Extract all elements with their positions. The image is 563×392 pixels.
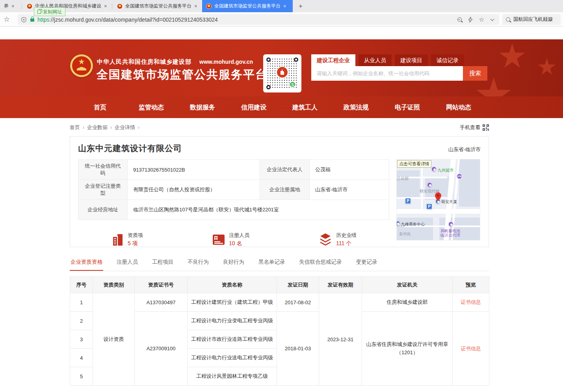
stat-label: 资质项 bbox=[128, 232, 143, 239]
shield-icon bbox=[21, 17, 26, 22]
main-navigation: 首页 监管动态 数据服务 信用建设 建筑工人 政策法规 电子证照 网站动态 bbox=[0, 96, 563, 118]
site-favicon-icon bbox=[117, 4, 123, 9]
map-label-battery-2: 临沂总代理 bbox=[440, 233, 460, 238]
lightning-icon[interactable] bbox=[468, 17, 472, 22]
ministry-site-url: www.mohurd.gov.cn bbox=[199, 59, 253, 65]
address-value: 临沂市兰山区陶然路107号星河晶都（联安）现代城1号楼2201室 bbox=[128, 200, 389, 220]
stat-label: 注册人员 bbox=[229, 232, 249, 239]
wechat-qr-code: S bbox=[263, 54, 301, 92]
tab-separator bbox=[22, 3, 22, 9]
qr-corner-icon bbox=[266, 85, 271, 89]
cell-name: 工程设计风景园林工程专项乙级 bbox=[188, 367, 277, 386]
ministry-name: 中华人民共和国住房和城乡建设部 bbox=[97, 58, 191, 66]
close-icon[interactable]: × bbox=[194, 3, 197, 9]
tab-dishonesty-records[interactable]: 失信联合惩戒记录 bbox=[299, 256, 343, 271]
stat-historical-performance: 历史业绩 111 个 bbox=[319, 232, 357, 247]
authority-line-1: 山东省住房和城乡建设厅许可专用章 bbox=[364, 340, 450, 349]
nav-item-site-news[interactable]: 网站动态 bbox=[433, 96, 484, 118]
location-map[interactable]: 点击可查看详情 九州超市 ATM 己花园 联安现代城 联安大厦 P P 九峰商务… bbox=[396, 159, 480, 240]
search-tab-personnel[interactable]: 从业人员 bbox=[359, 54, 392, 66]
nav-item-data-service[interactable]: 数据服务 bbox=[177, 96, 228, 118]
browser-tab-active[interactable]: 全国建筑市场监管公共服务平台 × bbox=[202, 0, 293, 12]
certificate-info-link[interactable]: 证书信息 bbox=[461, 299, 481, 305]
building-icon bbox=[112, 233, 124, 246]
site-header: 中华人民共和国住房和城乡建设部 www.mohurd.gov.cn 全国建筑市场… bbox=[0, 39, 563, 96]
qr-code-icon[interactable] bbox=[483, 124, 489, 131]
address-bar-row: ☆ https://jzsc.mohurd.gov.cn/data/compan… bbox=[0, 12, 563, 27]
browser-tab-partial[interactable]: 界 × bbox=[0, 0, 20, 12]
search-tab-enterprise[interactable]: 建设工程企业 bbox=[311, 54, 355, 66]
mobile-view[interactable]: 手机查看 bbox=[460, 124, 489, 131]
parking-icon: P bbox=[405, 198, 411, 204]
tab-good-behavior[interactable]: 良好行为 bbox=[222, 256, 245, 271]
certificate-info-link[interactable]: 证书信息 bbox=[461, 346, 481, 351]
cell-cert-no: A137030497 bbox=[135, 293, 188, 312]
browser-tab-jzsc-1[interactable]: 全国建筑市场监管公共服务平台 × bbox=[113, 0, 201, 12]
tab-change-records[interactable]: 变更记录 bbox=[355, 256, 378, 271]
nav-item-supervision[interactable]: 监管动态 bbox=[126, 96, 177, 118]
breadcrumb-company-data[interactable]: 企业数据 bbox=[87, 124, 108, 131]
table-header-row: 序号 资质类别 资质证书号 资质名称 发证日期 发证有效期 发证机关 预览 bbox=[70, 277, 489, 293]
legal-rep-value: 公茂福 bbox=[310, 160, 389, 180]
zoom-out-icon[interactable] bbox=[457, 17, 462, 22]
tab-registered-personnel[interactable]: 注册人员 bbox=[116, 256, 139, 271]
tab-bad-behavior[interactable]: 不良行为 bbox=[187, 256, 210, 271]
cell-no: 5 bbox=[70, 367, 93, 386]
new-tab-button[interactable]: + bbox=[296, 2, 305, 11]
nav-item-ecert[interactable]: 电子证照 bbox=[382, 96, 433, 118]
cell-name: 工程设计电力行业变电工程专业丙级 bbox=[188, 312, 277, 330]
cell-category: 设计资质 bbox=[93, 293, 135, 386]
col-issue-date: 发证日期 bbox=[277, 277, 319, 293]
reg-area-label: 企业注册属地 bbox=[260, 180, 310, 200]
cell-validity: 2023-12-31 bbox=[319, 293, 362, 386]
close-icon[interactable]: × bbox=[283, 3, 286, 9]
residence-marker-icon bbox=[427, 182, 432, 187]
tab-projects[interactable]: 工程项目 bbox=[151, 256, 174, 271]
url-text[interactable]: https://jzsc.mohurd.gov.cn/data/company/… bbox=[37, 17, 457, 23]
close-icon[interactable]: × bbox=[104, 3, 107, 9]
company-name: 山东中元建筑设计有限公司 bbox=[78, 143, 481, 154]
search-tab-credit[interactable]: 诚信记录 bbox=[431, 54, 464, 66]
legal-rep-label: 企业法定代表人 bbox=[260, 160, 310, 180]
col-no: 序号 bbox=[70, 277, 93, 293]
breadcrumb-home[interactable]: 首页 bbox=[70, 124, 80, 131]
tab-separator bbox=[112, 3, 112, 9]
nav-item-workers[interactable]: 建筑工人 bbox=[279, 96, 331, 118]
map-label-business-center: 九峰商务中心 bbox=[401, 222, 425, 227]
stat-label: 历史业绩 bbox=[336, 232, 357, 239]
quick-search-box[interactable]: 国航回应飞机颠簸 bbox=[502, 14, 561, 25]
cell-no: 4 bbox=[70, 349, 93, 367]
tab-qualifications[interactable]: 企业资质资格 bbox=[70, 256, 103, 271]
cell-name: 工程设计建筑行业（建筑工程）甲级 bbox=[188, 293, 277, 312]
reg-type-label: 企业登记注册类型 bbox=[78, 180, 128, 200]
stat-value: 111 个 bbox=[336, 240, 357, 247]
nav-item-home[interactable]: 首页 bbox=[74, 96, 126, 118]
credit-code-label: 统一社会信用代码 bbox=[78, 160, 128, 180]
cell-authority: 住房和城乡建设部 bbox=[362, 293, 453, 312]
table-row: 企业登记注册类型 有限责任公司（自然人投资或控股） 企业注册属地 山东省-临沂市 bbox=[78, 180, 389, 200]
copy-url-tooltip: 复制网址 bbox=[34, 7, 65, 16]
platform-title: 全国建筑市场监管公共服务平台 bbox=[97, 67, 268, 83]
credit-code-value: 91371302675501022B bbox=[128, 160, 260, 180]
close-icon[interactable]: × bbox=[11, 3, 15, 9]
supermarket-marker-icon bbox=[431, 166, 437, 172]
url-field[interactable]: https://jzsc.mohurd.gov.cn/data/company/… bbox=[18, 14, 499, 25]
col-preview: 预览 bbox=[453, 277, 489, 293]
battery-marker-icon bbox=[448, 222, 453, 227]
bookmark-star-icon[interactable]: ☆ bbox=[4, 15, 10, 24]
qr-corner-icon bbox=[266, 57, 271, 62]
col-category: 资质类别 bbox=[93, 277, 135, 293]
stat-value: 5 项 bbox=[128, 240, 143, 247]
tab-blacklist[interactable]: 黑名单记录 bbox=[258, 256, 286, 271]
favorite-star-icon[interactable]: ☆ bbox=[479, 17, 484, 22]
stat-value: 10 名 bbox=[229, 240, 249, 247]
search-tab-project[interactable]: 建设项目 bbox=[395, 54, 428, 66]
nav-item-credit[interactable]: 信用建设 bbox=[228, 96, 279, 118]
layers-icon bbox=[319, 233, 332, 246]
keyword-search-input[interactable] bbox=[311, 66, 463, 81]
reg-area-value: 山东省-临沂市 bbox=[310, 180, 389, 200]
chevron-down-icon[interactable] bbox=[491, 17, 494, 21]
copy-url-label: 复制网址 bbox=[43, 9, 62, 15]
search-submit-button[interactable]: 搜索 bbox=[463, 66, 487, 81]
nav-item-policy[interactable]: 政策法规 bbox=[331, 96, 382, 118]
